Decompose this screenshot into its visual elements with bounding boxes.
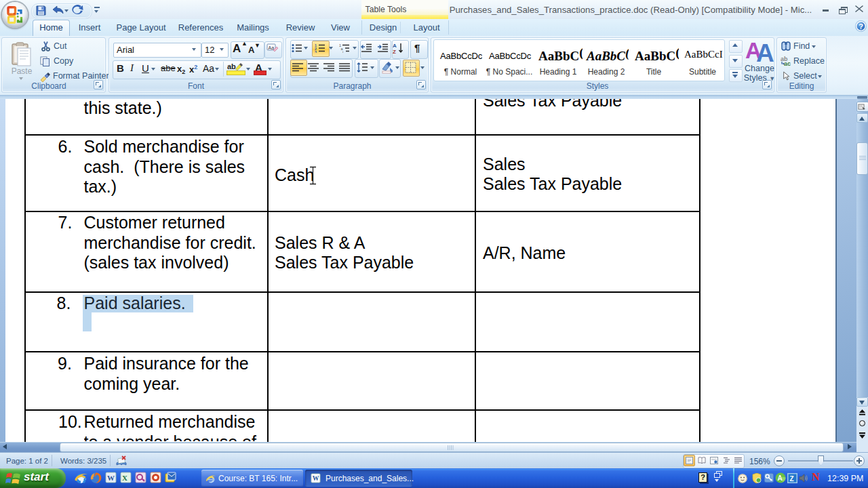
svg-text:i: i [342,50,343,53]
svg-text:A: A [393,43,397,49]
svg-text:Aa: Aa [269,45,275,50]
svg-text:W: W [107,474,115,482]
svg-text:A: A [778,474,783,482]
svg-text:W: W [313,474,319,482]
svg-text:X: X [122,474,127,482]
svg-text:3: 3 [315,50,317,54]
svg-text:Z: Z [790,474,794,482]
svg-text:ac: ac [784,60,791,66]
svg-text:Z: Z [393,49,396,54]
